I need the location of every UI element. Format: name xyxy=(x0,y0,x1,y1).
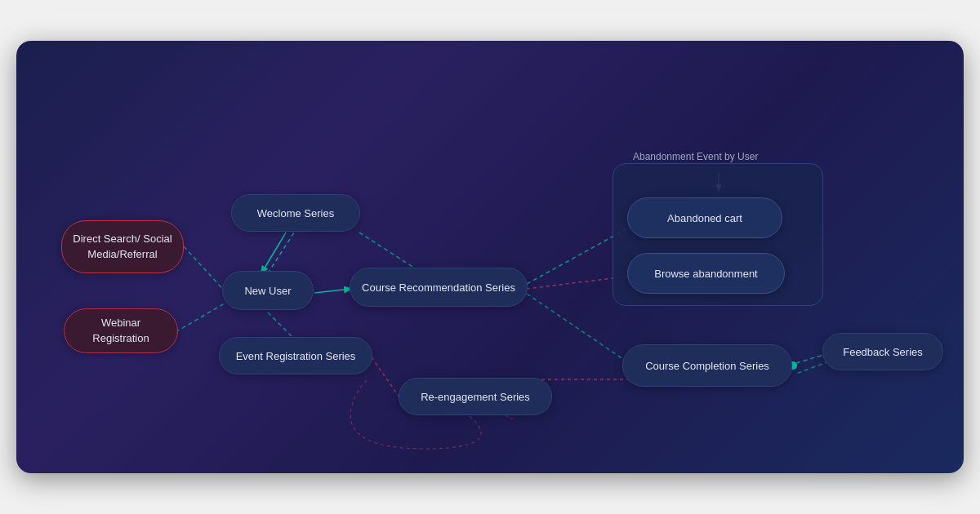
svg-line-4 xyxy=(268,312,294,339)
feedback-series-node[interactable]: Feedback Series xyxy=(822,333,943,370)
welcome-series-node[interactable]: Weclome Series xyxy=(231,194,360,232)
svg-line-1 xyxy=(176,302,227,332)
diagram-container: Abandonment Event by User Direct Search/… xyxy=(16,41,964,473)
svg-line-11 xyxy=(372,357,400,398)
reengagement-node[interactable]: Re-engagement Series xyxy=(399,378,552,415)
diagram-area: Abandonment Event by User Direct Search/… xyxy=(16,41,964,473)
svg-line-13 xyxy=(796,361,829,374)
new-user-node[interactable]: New User xyxy=(222,271,314,310)
course-completion-node[interactable]: Course Completion Series xyxy=(622,344,792,387)
abandonment-group-label: Abandonment Event by User xyxy=(633,151,758,162)
svg-line-9 xyxy=(527,294,629,363)
event-registration-node[interactable]: Event Registration Series xyxy=(219,337,372,374)
abandoned-cart-node[interactable]: Abandoned cart xyxy=(627,197,782,238)
webinar-node[interactable]: Webinar Registration xyxy=(64,308,178,353)
direct-search-node[interactable]: Direct Search/ Social Media/Referral xyxy=(61,220,184,273)
svg-line-5 xyxy=(314,289,351,293)
browse-abandonment-node[interactable]: Browse abandonment xyxy=(627,253,785,294)
course-recommendation-node[interactable]: Course Recommendation Series xyxy=(350,268,528,307)
svg-line-2 xyxy=(268,233,294,273)
svg-line-3 xyxy=(261,233,286,273)
svg-line-6 xyxy=(359,233,416,269)
svg-line-0 xyxy=(184,246,227,294)
